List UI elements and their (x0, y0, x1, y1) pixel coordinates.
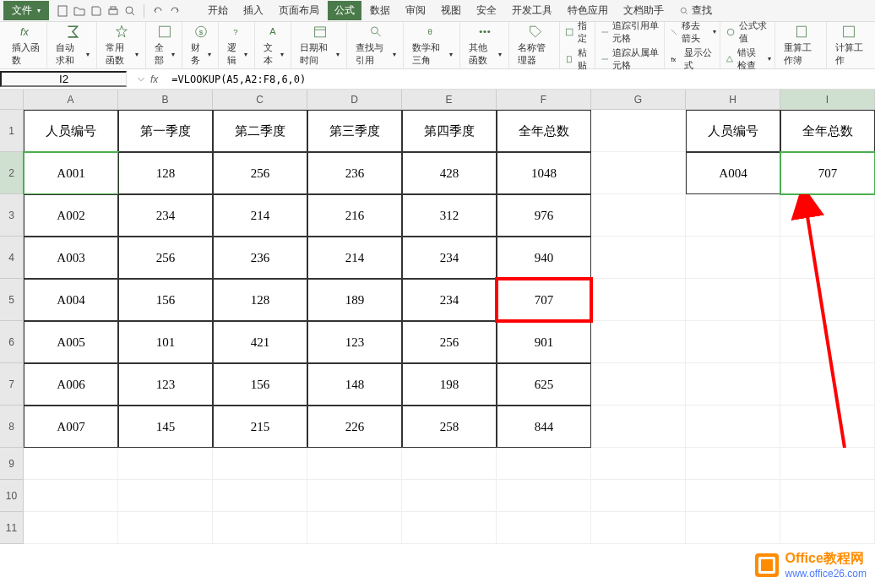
col-header-E[interactable]: E (402, 90, 497, 110)
cell-E3[interactable]: 312 (402, 194, 497, 237)
file-menu[interactable]: 文件 ▾ (3, 1, 49, 20)
cell-F11[interactable] (497, 512, 591, 544)
col-header-F[interactable]: F (497, 90, 591, 110)
cell-B8[interactable]: 145 (118, 406, 213, 448)
undo-icon[interactable] (151, 4, 165, 18)
corner[interactable] (0, 90, 24, 110)
cell-G1[interactable] (591, 110, 686, 152)
row-header-7[interactable]: 7 (0, 363, 24, 406)
col-header-G[interactable]: G (591, 90, 686, 110)
ribbon-autosum[interactable]: 自动求和▾ (49, 22, 96, 68)
cell-C1[interactable]: 第二季度 (213, 110, 307, 152)
cell-I4[interactable] (780, 237, 875, 279)
cell-H5[interactable] (686, 279, 780, 321)
cell-E11[interactable] (402, 512, 497, 544)
cell-A7[interactable]: A006 (24, 363, 118, 406)
cell-G11[interactable] (591, 512, 686, 544)
cell-F3[interactable]: 976 (497, 194, 591, 237)
cell-G8[interactable] (591, 406, 686, 448)
cell-H2[interactable]: A004 (686, 152, 780, 194)
cell-I7[interactable] (780, 363, 875, 406)
tab-features[interactable]: 特色应用 (561, 1, 615, 20)
cell-D1[interactable]: 第三季度 (307, 110, 402, 152)
col-header-C[interactable]: C (213, 90, 307, 110)
ribbon-trace-dep[interactable]: 追踪从属单元格 (601, 46, 661, 72)
cell-C10[interactable] (213, 480, 307, 512)
cell-F1[interactable]: 全年总数 (497, 110, 591, 152)
cell-E9[interactable] (402, 448, 497, 480)
cell-A8[interactable]: A007 (24, 406, 118, 448)
cell-H8[interactable] (686, 406, 780, 448)
col-header-A[interactable]: A (24, 90, 118, 110)
cell-A3[interactable]: A002 (24, 194, 118, 237)
tab-layout[interactable]: 页面布局 (272, 1, 326, 20)
cell-B7[interactable]: 123 (118, 363, 213, 406)
tab-review[interactable]: 审阅 (399, 1, 432, 20)
cell-H9[interactable] (686, 448, 780, 480)
tab-security[interactable]: 安全 (470, 1, 503, 20)
col-header-D[interactable]: D (307, 90, 402, 110)
cell-I11[interactable] (780, 512, 875, 544)
cell-B4[interactable]: 256 (118, 237, 213, 279)
cell-D2[interactable]: 236 (307, 152, 402, 194)
cell-D3[interactable]: 216 (307, 194, 402, 237)
cell-C4[interactable]: 236 (213, 237, 307, 279)
cell-I6[interactable] (780, 321, 875, 363)
ribbon-other[interactable]: 其他函数▾ (462, 22, 509, 68)
row-header-4[interactable]: 4 (0, 237, 24, 279)
cell-G6[interactable] (591, 321, 686, 363)
cell-A11[interactable] (24, 512, 118, 544)
cell-G7[interactable] (591, 363, 686, 406)
row-header-5[interactable]: 5 (0, 279, 24, 321)
cell-D6[interactable]: 123 (307, 321, 402, 363)
row-header-3[interactable]: 3 (0, 194, 24, 237)
tab-data[interactable]: 数据 (363, 1, 397, 20)
cell-D4[interactable]: 214 (307, 237, 402, 279)
cell-E4[interactable]: 234 (402, 237, 497, 279)
ribbon-logic[interactable]: ? 逻辑▾ (220, 22, 255, 68)
cell-H10[interactable] (686, 480, 780, 512)
tab-dochelper[interactable]: 文档助手 (617, 1, 671, 20)
cell-H4[interactable] (686, 237, 780, 279)
cell-B3[interactable]: 234 (118, 194, 213, 237)
cell-E8[interactable]: 258 (402, 406, 497, 448)
cell-B2[interactable]: 128 (118, 152, 213, 194)
cell-C2[interactable]: 256 (213, 152, 307, 194)
col-header-B[interactable]: B (118, 90, 213, 110)
row-header-2[interactable]: 2 (0, 152, 24, 194)
ribbon-datetime[interactable]: 日期和时间▾ (293, 22, 348, 68)
ribbon-remove-arrows[interactable]: 移去箭头▾ (670, 19, 715, 45)
cell-C6[interactable]: 421 (213, 321, 307, 363)
cell-C7[interactable]: 156 (213, 363, 307, 406)
ribbon-trace-prec[interactable]: 追踪引用单元格 (601, 19, 661, 45)
cell-D5[interactable]: 189 (307, 279, 402, 321)
tab-view[interactable]: 视图 (434, 1, 468, 20)
cell-G2[interactable] (591, 152, 686, 194)
cell-E10[interactable] (402, 480, 497, 512)
cell-H7[interactable] (686, 363, 780, 406)
row-header-10[interactable]: 10 (0, 480, 24, 512)
cell-B11[interactable] (118, 512, 213, 544)
cell-C5[interactable]: 128 (213, 279, 307, 321)
preview-icon[interactable] (123, 4, 137, 18)
formula-input[interactable] (166, 74, 875, 85)
cell-B5[interactable]: 156 (118, 279, 213, 321)
cell-F8[interactable]: 844 (497, 406, 591, 448)
ribbon-calc-sheet[interactable]: 计算工作 (829, 22, 870, 68)
ribbon-insert-function[interactable]: fx 插入函数 (5, 22, 47, 68)
ribbon-specify[interactable]: 指定 (565, 19, 590, 45)
cell-D11[interactable] (307, 512, 402, 544)
ribbon-formula-eval[interactable]: 公式求值 (726, 19, 771, 45)
search-menu[interactable]: 查找 (672, 1, 719, 20)
cell-F6[interactable]: 901 (497, 321, 591, 363)
row-header-11[interactable]: 11 (0, 512, 24, 544)
ribbon-math[interactable]: θ 数学和三角▾ (405, 22, 460, 68)
ribbon-lookup[interactable]: 查找与引用▾ (349, 22, 404, 68)
tab-start[interactable]: 开始 (201, 1, 235, 20)
ribbon-all[interactable]: 全部▾ (148, 22, 182, 68)
cell-I3[interactable] (780, 194, 875, 237)
cell-B9[interactable] (118, 448, 213, 480)
cell-C8[interactable]: 215 (213, 406, 307, 448)
cell-F10[interactable] (497, 480, 591, 512)
cell-H6[interactable] (686, 321, 780, 363)
